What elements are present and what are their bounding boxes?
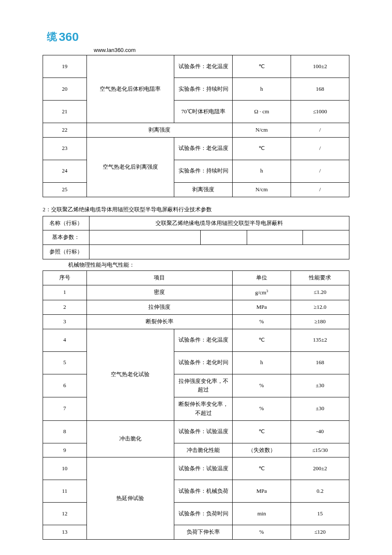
header-no: 序号 [43,270,87,285]
cell-sub: 试验条件：试验温度 [174,420,233,443]
cell-req: / [291,182,349,197]
table-row: 3 断裂伸长率 % ≥180 [43,314,349,329]
cell-no: 13 [43,525,87,540]
cell-unit: min [233,503,291,525]
cell-no: 9 [43,443,87,457]
cell-sub: 70℃时体积电阻率 [174,101,233,123]
table-row: 23 空气热老化后剥离强度 试验条件：老化温度 ℃ / [43,137,349,160]
meta-table: 名称（行标） 交联聚乙烯绝缘电缆导体用辐照交联型半导电屏蔽料 基本参数： 参照（… [43,216,349,259]
cell-unit: Ω · cm [233,101,291,123]
cell-group: 热延伸试验 [86,457,174,540]
cell-unit: MPa [233,300,291,314]
table-row: 8 冲击脆化 试验条件：试验温度 ℃ -40 [43,420,349,443]
meta-ref-label: 参照（行标） [43,245,89,259]
cell-unit: h [233,160,291,182]
cell-sub: 试验条件：负荷时间 [174,503,233,525]
cell-req: 100±2 [291,55,349,78]
cell-unit: ℃ [233,420,291,443]
cell-unit: % [233,525,291,540]
cell-unit: ℃ [233,457,291,480]
cell-req: ≥12.0 [291,300,349,314]
cell-no: 24 [43,160,87,182]
cell-sub: 拉伸强度变化率，不超过 [174,374,233,397]
cell-unit: ℃ [233,137,291,160]
cell-req: ≤15/30 [291,443,349,457]
cell-req: 168 [291,78,349,101]
meta-name-value: 交联聚乙烯绝缘电缆导体用辐照交联型半导电屏蔽料 [89,216,349,230]
cell-sub: 试验条件：老化温度 [174,329,233,351]
cell-req: ≤120 [291,525,349,540]
cell-unit: N/cm [233,123,291,138]
cell-sub: 实验条件：持续时间 [174,78,233,101]
cell-sub: 试验条件：机械负荷 [174,480,233,503]
cell-no: 8 [43,420,87,443]
table-row: 名称（行标） 交联聚乙烯绝缘电缆导体用辐照交联型半导电屏蔽料 [43,216,349,230]
cell-req: 15 [291,503,349,525]
cell-group: 空气热老化后剥离强度 [86,137,174,197]
meta-name-label: 名称（行标） [43,216,89,230]
cell-req: ±30 [291,397,349,421]
cell-sub: 剥离强度 [174,182,233,197]
cell-sub: 剥离强度 [86,123,232,138]
cell-sub: 试验条件：试验温度 [174,457,233,480]
table-row: 1 密度 g/cm3 ≤1.20 [43,285,349,300]
svg-text:360: 360 [59,30,79,43]
svg-text:缆: 缆 [47,31,57,42]
cell-sub: 密度 [86,285,232,300]
cell-no: 22 [43,123,87,138]
cell-unit: g/cm3 [233,285,291,300]
cell-req: 200±2 [291,457,349,480]
cell-unit: ℃ [233,329,291,351]
cell-req: 168 [291,351,349,374]
cell-no: 6 [43,374,87,397]
cell-no: 19 [43,55,87,78]
table-row: 22 剥离强度 N/cm / [43,123,349,138]
cell-no: 4 [43,329,87,351]
spec-table-2: 序号 项目 单位 性能要求 1 密度 g/cm3 ≤1.20 2 拉伸强度 MP… [43,270,349,540]
cell-unit: N/cm [233,182,291,197]
table-row: 4 空气热老化试验 试验条件：老化温度 ℃ 135±2 [43,329,349,351]
header-unit: 单位 [233,270,291,285]
cell-req: 0.2 [291,480,349,503]
table-row: 基本参数： [43,230,349,245]
site-logo: 缆 360 [47,30,349,44]
cell-group: 冲击脆化 [86,420,174,457]
cell-no: 3 [43,314,87,329]
cell-unit: % [233,397,291,421]
cell-no: 2 [43,300,87,314]
cell-unit: MPa [233,480,291,503]
table-row: 2 拉伸强度 MPa ≥12.0 [43,300,349,314]
cell-no: 1 [43,285,87,300]
cell-sub: 负荷下伸长率 [174,525,233,540]
cell-req: ≤1000 [291,101,349,123]
cell-unit: （失效数） [233,443,291,457]
cell-no: 25 [43,182,87,197]
cell-unit: h [233,78,291,101]
header-req: 性能要求 [291,270,349,285]
cell-no: 20 [43,78,87,101]
cell-no: 21 [43,101,87,123]
table-row: 19 空气热老化后体积电阻率 试验条件：老化温度 ℃ 100±2 [43,55,349,78]
cell-sub: 试验条件：老化温度 [174,137,233,160]
cell-no: 11 [43,480,87,503]
section-2-title: 2：交联聚乙烯绝缘电缆导体用辐照交联型半导电屏蔽料行业技术参数 [43,206,349,213]
cell-req: -40 [291,420,349,443]
table-header-row: 序号 项目 单位 性能要求 [43,270,349,285]
cell-group: 空气热老化试验 [86,329,174,420]
section-2-subtitle: 机械物理性能与电气性能： [68,261,349,269]
cell-req: / [291,160,349,182]
cell-unit: % [233,374,291,397]
cell-unit: ℃ [233,55,291,78]
site-url: www.lan360.com [94,47,349,53]
cell-unit: % [233,314,291,329]
cell-req: 135±2 [291,329,349,351]
meta-basic-label: 基本参数： [43,230,89,245]
cell-sub: 冲击脆化性能 [174,443,233,457]
cell-unit: h [233,351,291,374]
cell-no: 10 [43,457,87,480]
cell-req: ≤1.20 [291,285,349,300]
cell-sub: 试验条件：老化时间 [174,351,233,374]
cell-sub: 试验条件：老化温度 [174,55,233,78]
cell-sub: 实验条件：持续时间 [174,160,233,182]
spec-table-1: 19 空气热老化后体积电阻率 试验条件：老化温度 ℃ 100±2 20 实验条件… [43,55,349,197]
